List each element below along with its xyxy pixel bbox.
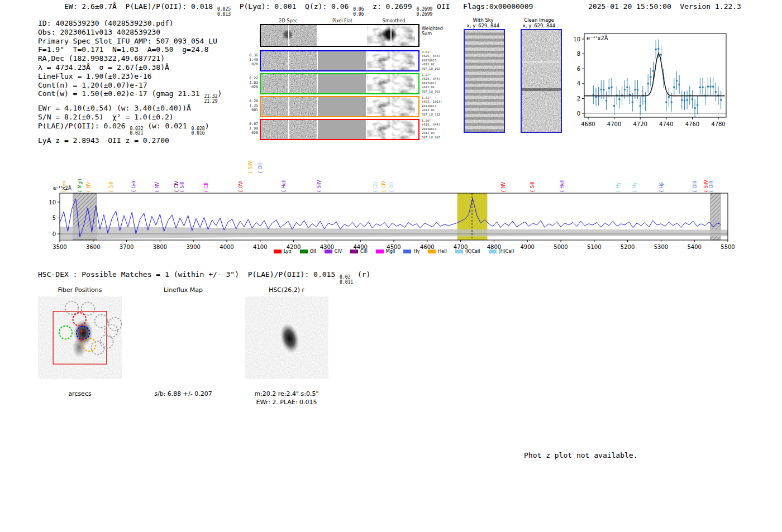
legend-swatch	[455, 250, 463, 253]
info-line: RA,Dec (182.998322,49.687721)	[38, 54, 222, 63]
line-id-label: { OII	[258, 163, 263, 174]
legend-swatch	[489, 250, 497, 253]
data-point	[645, 100, 646, 102]
fiber-circle	[59, 326, 72, 339]
data-point	[694, 107, 696, 109]
legend-item: (H)CaII	[489, 249, 514, 254]
x-tick-label: 4760	[685, 121, 699, 127]
data-point	[647, 83, 649, 84]
info-line: S/N = 8.2(±0.5) χ² = 1.0(±0.2)	[38, 113, 222, 122]
spec2d-cell	[261, 51, 317, 70]
legend-item: Hγ	[403, 249, 419, 254]
stacked-uncertainty: 0.060.06	[353, 7, 364, 17]
data-point	[626, 87, 628, 88]
legend-swatch	[300, 250, 308, 253]
photz-note: Phot z plot not available.	[524, 451, 638, 459]
zoomed-line-plot-svg: 4680470047204740476047800246810	[564, 28, 732, 140]
legend-item: OII	[300, 249, 316, 254]
data-point	[712, 86, 714, 88]
x-tick-label: 4700	[607, 121, 621, 127]
info-line: F=1.9" T=0.171 N=1.03 A=0.50 g=24.8	[38, 45, 222, 54]
data-point	[650, 76, 651, 78]
info-line: Primary Spec_Slot_IFU_AMP: 507_093_054_L…	[38, 37, 222, 46]
fiber-circle-unused	[91, 341, 104, 354]
spec2d-cell	[318, 51, 366, 70]
with-sky-image	[464, 29, 505, 133]
legend-item: Lyα	[274, 249, 292, 254]
stacked-uncertainty: 21.3221.29	[204, 94, 217, 104]
legend-label: Lyα	[284, 249, 292, 254]
full-spectrum-plot: 3500360037003800390040004100420043004400…	[34, 189, 754, 251]
stacked-uncertainty: 0.0280.016	[192, 127, 205, 136]
legend-label: OII	[310, 249, 316, 254]
data-point	[640, 105, 641, 107]
hsc-dex-header: HSC-DEX : Possible Matches = 1 (within +…	[38, 270, 370, 285]
info-line: EWr = 4.10(±0.54) (w: 3.40(±0.40))Å	[38, 104, 222, 113]
legend-swatch	[325, 250, 332, 253]
hsc-cutout-overlay	[238, 293, 336, 401]
y-tick-label: 0	[577, 111, 580, 117]
legend-item: (K)CaII	[455, 249, 480, 254]
fiber-circle-unused	[95, 314, 108, 327]
data-point	[629, 94, 631, 95]
stacked-uncertainty: 0.0250.013	[217, 7, 231, 17]
fiber-circle	[73, 313, 86, 325]
x-tick-label: 4680	[581, 121, 595, 127]
gaussian-fit-line	[584, 54, 725, 96]
data-point	[613, 105, 615, 107]
spec2d-row	[260, 73, 419, 94]
zoom-plot-units-label: e⁻¹⁷x2Å	[586, 35, 608, 41]
data-point	[692, 98, 693, 100]
data-point	[681, 99, 683, 101]
hsc-cutout-panel	[238, 293, 336, 401]
spec2d-cell	[367, 120, 415, 139]
spec2d-row-left-values: 0.071.98020	[245, 122, 258, 135]
spec2d-row-left-values: 0.361.49020	[245, 53, 258, 66]
spec2d-row-annotation: 0.81"(629, 844)20230611v013_02507_LU_093	[422, 50, 461, 71]
legend-label: HeII	[438, 249, 447, 254]
fiber-positions-panel	[31, 293, 129, 401]
info-line: λ = 4734.23Å σ = 2.67(±0.38)Å	[38, 63, 222, 72]
fiber-positions-overlay	[31, 293, 129, 401]
clean-image-title: Clean Imagex, y: 629, 844	[518, 17, 560, 28]
data-point	[684, 100, 685, 102]
spec2d-row	[260, 96, 419, 117]
spec2d-cell	[318, 74, 366, 93]
data-point	[655, 49, 657, 50]
legend-item: MgII	[376, 249, 395, 254]
spec2d-row	[260, 50, 419, 71]
data-point	[618, 98, 620, 100]
with-sky-title: With Skyx, y: 629, 844	[462, 17, 504, 28]
y-tick-label: 10	[573, 36, 580, 42]
data-point	[715, 91, 717, 93]
lineflux-caption: s/b: 6.88 +/- 0.207	[130, 390, 236, 397]
legend-swatch	[403, 250, 411, 253]
data-point	[600, 89, 602, 90]
legend-label: CIII	[360, 249, 368, 254]
data-point	[595, 96, 597, 98]
spec2d-cell	[318, 97, 366, 116]
data-point	[652, 70, 654, 72]
x-tick-label: 4720	[633, 121, 647, 127]
fiber-circle-unused	[82, 302, 94, 315]
fiber-circle	[77, 327, 89, 339]
legend-label: (K)CaII	[465, 249, 480, 254]
y-tick-label: 0	[53, 231, 56, 237]
data-point	[710, 86, 712, 88]
hsc-caption-1: m:20.2 re:2.4" s:0.5"	[233, 390, 340, 397]
data-point	[676, 80, 678, 82]
data-point	[665, 102, 667, 103]
data-point	[657, 48, 659, 50]
info-line: Obs: 20230611v013_4028539230	[38, 28, 222, 37]
line-species-legend: LyαOIICIVCIIIMgIIHγHeII(K)CaII(H)CaII	[60, 249, 728, 254]
data-point	[605, 100, 607, 102]
legend-swatch	[350, 250, 358, 253]
data-point	[660, 54, 662, 55]
data-point	[624, 89, 626, 90]
spec2d-cell	[318, 120, 366, 139]
legend-label: (H)CaII	[499, 249, 514, 254]
data-point	[611, 87, 612, 88]
spec2d-cell	[261, 97, 317, 116]
y-tick-label: 4	[577, 80, 580, 87]
catalog-match-table	[38, 431, 295, 506]
